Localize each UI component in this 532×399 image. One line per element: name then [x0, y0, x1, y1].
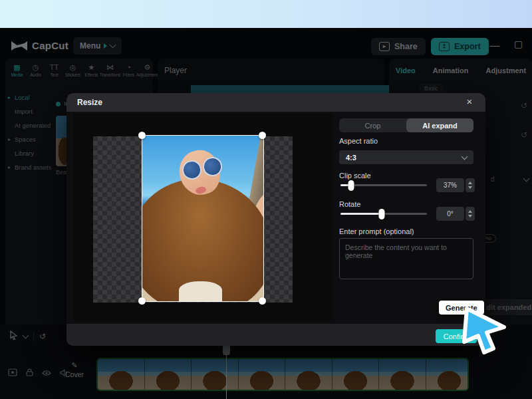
chevron-down-icon: [462, 153, 468, 160]
crop-handle-bottom-left[interactable]: [138, 297, 146, 305]
aspect-ratio-label: Aspect ratio: [339, 137, 378, 145]
rotate-stepper[interactable]: [466, 207, 475, 221]
clip-image[interactable]: [142, 135, 264, 302]
tab-ai-expand[interactable]: AI expand: [406, 118, 473, 132]
tab-crop[interactable]: Crop: [339, 118, 406, 132]
photo-top: [179, 281, 223, 301]
clip-scale-label: Clip scale: [339, 172, 371, 180]
desktop-gradient-strip: [0, 0, 532, 28]
resize-dialog: Resize × Crop AI expand Aspect ratio 4:: [66, 93, 485, 346]
rotate-label: Rotate: [339, 200, 360, 208]
dialog-header: [66, 93, 485, 112]
clip-scale-stepper[interactable]: [466, 178, 475, 192]
dialog-title: Resize: [77, 98, 102, 107]
stepper-down-icon[interactable]: [468, 186, 472, 189]
slider-knob[interactable]: [379, 209, 385, 219]
clip-scale-value[interactable]: 37%: [436, 178, 464, 192]
stepper-up-icon[interactable]: [468, 182, 472, 184]
slider-knob[interactable]: [348, 180, 354, 191]
crop-handle-top-left[interactable]: [138, 132, 146, 139]
dialog-footer: [66, 324, 485, 346]
crop-handle-bottom-right[interactable]: [259, 297, 266, 305]
mode-tabs: Crop AI expand: [339, 118, 473, 132]
aspect-ratio-value: 4:3: [346, 154, 356, 162]
cursor-pointer-icon: [458, 305, 511, 360]
aspect-ratio-dropdown[interactable]: 4:3: [339, 150, 473, 164]
stepper-down-icon[interactable]: [468, 215, 472, 217]
crop-handle-top-right[interactable]: [259, 132, 266, 139]
close-icon[interactable]: ×: [463, 96, 476, 107]
clip-scale-slider[interactable]: [340, 184, 427, 186]
prompt-input[interactable]: [339, 238, 473, 279]
slider-fill: [340, 213, 382, 215]
rotate-slider[interactable]: [340, 213, 427, 215]
rotate-value[interactable]: 0°: [436, 207, 464, 221]
stepper-up-icon[interactable]: [468, 210, 472, 213]
screen: CapCut Menu ▸ Share ↥ Export — ▢ ▦Media◷…: [0, 0, 532, 399]
prompt-label: Enter prompt (optional): [339, 227, 414, 235]
